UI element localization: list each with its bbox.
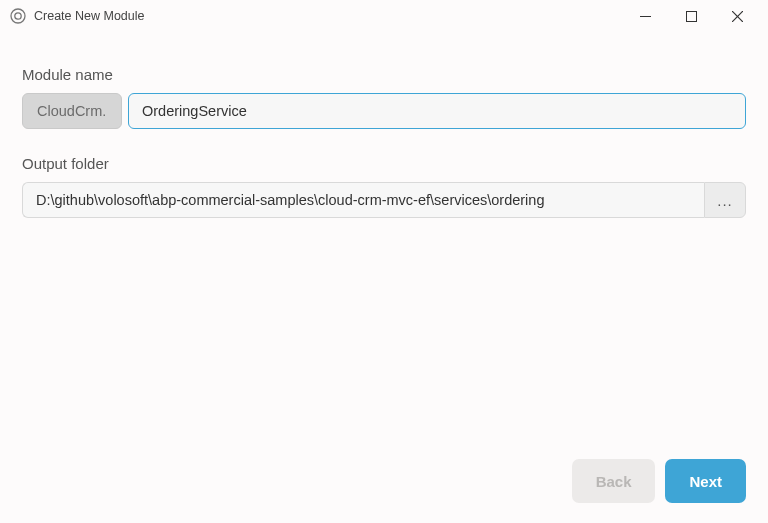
output-folder-input[interactable] xyxy=(22,182,704,218)
content-area: Module name CloudCrm. Output folder ... xyxy=(0,32,768,218)
svg-point-0 xyxy=(11,9,25,23)
maximize-button[interactable] xyxy=(668,0,714,32)
browse-button[interactable]: ... xyxy=(704,182,746,218)
titlebar-left: Create New Module xyxy=(10,8,622,24)
window-controls xyxy=(622,0,760,32)
output-folder-label: Output folder xyxy=(22,155,746,172)
close-button[interactable] xyxy=(714,0,760,32)
svg-rect-3 xyxy=(686,11,696,21)
window-title: Create New Module xyxy=(34,9,144,23)
module-name-input[interactable] xyxy=(128,93,746,129)
app-icon xyxy=(10,8,26,24)
back-button[interactable]: Back xyxy=(572,459,656,503)
output-folder-row: ... xyxy=(22,182,746,218)
module-name-row: CloudCrm. xyxy=(22,93,746,129)
module-name-prefix: CloudCrm. xyxy=(22,93,122,129)
titlebar: Create New Module xyxy=(0,0,768,32)
module-name-label: Module name xyxy=(22,66,746,83)
next-button[interactable]: Next xyxy=(665,459,746,503)
svg-point-1 xyxy=(15,13,21,19)
footer: Back Next xyxy=(572,459,746,503)
minimize-button[interactable] xyxy=(622,0,668,32)
